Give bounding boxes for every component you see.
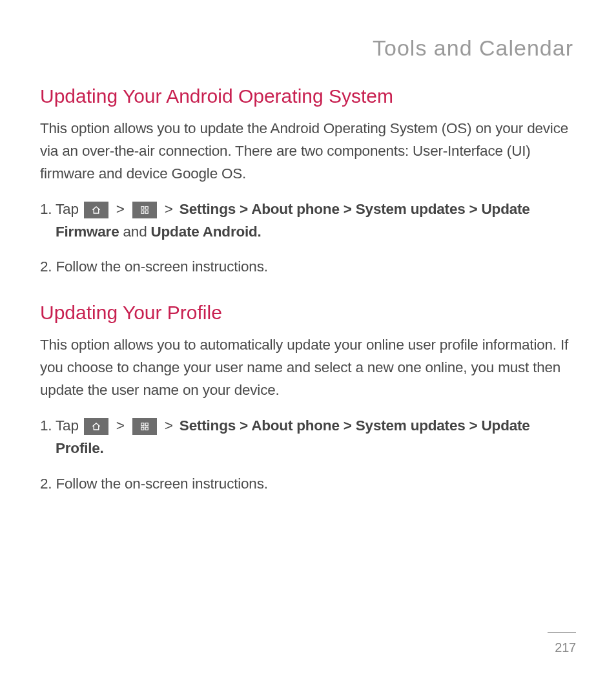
and-text: and [119, 224, 150, 240]
steps-list-os: 1. Tap > > Settings > About phone > Syst… [40, 198, 576, 279]
svg-rect-7 [145, 427, 148, 430]
svg-rect-0 [141, 206, 144, 209]
nav-path-2: Update Android. [151, 224, 262, 240]
step-text-tap: Tap [56, 417, 83, 434]
step-number: 1. [40, 201, 56, 217]
step-text-tap: Tap [56, 201, 83, 217]
svg-rect-1 [145, 206, 148, 209]
apps-icon [132, 202, 157, 218]
page-number: 217 [548, 640, 576, 655]
footer-divider [548, 632, 576, 633]
intro-text-os: This option allows you to update the And… [40, 118, 576, 185]
step-item-1: 1. Tap > > Settings > About phone > Syst… [40, 415, 576, 460]
separator-chevron: > [112, 417, 128, 434]
svg-rect-6 [141, 427, 144, 430]
section-heading-updating-os: Updating Your Android Operating System [40, 85, 576, 107]
separator-chevron: > [161, 417, 177, 434]
step-item-2: 2. Follow the on-screen instructions. [40, 256, 576, 279]
svg-rect-4 [141, 423, 144, 426]
step-text: Follow the on-screen instructions. [56, 476, 267, 492]
steps-list-profile: 1. Tap > > Settings > About phone > Syst… [40, 415, 576, 496]
intro-text-profile: This option allows you to automatically … [40, 334, 576, 402]
step-number: 2. [40, 258, 56, 275]
chapter-title: Tools and Calendar [40, 36, 573, 61]
page-footer: 217 [548, 632, 576, 655]
step-text: Follow the on-screen instructions. [56, 258, 267, 275]
step-number: 2. [40, 476, 56, 492]
section-heading-updating-profile: Updating Your Profile [40, 302, 576, 324]
step-item-1: 1. Tap > > Settings > About phone > Syst… [40, 198, 576, 244]
svg-rect-3 [145, 211, 148, 213]
svg-rect-5 [145, 423, 148, 426]
step-item-2: 2. Follow the on-screen instructions. [40, 473, 576, 496]
apps-icon [132, 418, 157, 435]
home-icon [84, 202, 108, 218]
step-number: 1. [40, 417, 56, 434]
separator-chevron: > [112, 201, 128, 217]
separator-chevron: > [161, 201, 177, 217]
svg-rect-2 [141, 211, 144, 213]
home-icon [84, 418, 108, 435]
